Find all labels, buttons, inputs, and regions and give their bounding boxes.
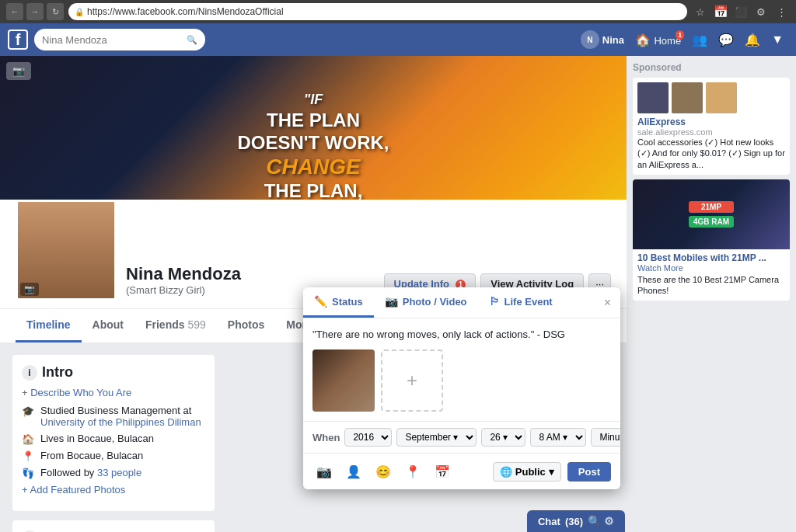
fb-search-input[interactable] [42, 34, 182, 46]
intro-lives: 🏠 Lives in Bocaue, Bulacan [22, 433, 205, 445]
star-bookmark-button[interactable]: ☆ [692, 3, 709, 20]
ad-tablet-desc: These are the 10 Best 21MP Camera Phones… [633, 273, 790, 301]
home-badge: 1 [676, 30, 684, 40]
forward-button[interactable]: → [26, 3, 44, 20]
tab-timeline[interactable]: Timeline [16, 309, 82, 342]
sponsored-label: Sponsored [633, 62, 790, 73]
notifications-icon[interactable]: 🔔 [740, 30, 765, 50]
pencil-icon: ✏️ [314, 295, 327, 308]
account-dropdown-icon[interactable]: ▼ [766, 30, 788, 50]
quote-change: change [119, 154, 508, 180]
chat-icons: 🔍 ⚙ [588, 515, 614, 527]
year-select[interactable]: 2016 [344, 428, 392, 447]
menu-button[interactable]: ⋮ [773, 3, 790, 20]
browser-bar: ← → ↻ 🔒 https://www.facebook.com/NinsMen… [0, 0, 796, 23]
chat-bar[interactable]: Chat (36) 🔍 ⚙ [527, 510, 625, 532]
photos-box: 🖼 Photos See All [12, 520, 215, 532]
refresh-button[interactable]: ↻ [47, 3, 64, 20]
when-label: When [312, 432, 340, 443]
nav-username: Nina [602, 34, 624, 46]
ad-tablet-image: 21MP 4GB RAM [633, 179, 790, 249]
day-select[interactable]: 26 ▾ [481, 428, 525, 447]
university-link[interactable]: University of the Philippines Diliman [40, 416, 201, 428]
ad-tablet-watch-more[interactable]: Watch More [633, 263, 790, 273]
add-describe-link[interactable]: + Describe Who You Are [22, 387, 205, 398]
post-text-content: "There are no wrong moves, only lack of … [312, 328, 611, 342]
nav-user-profile[interactable]: N Nina [581, 30, 624, 49]
followers-link[interactable]: 33 people [97, 467, 141, 478]
profile-name: Nina Mendoza [126, 264, 375, 284]
fb-search-bar[interactable]: 🔍 [34, 29, 205, 50]
quote-line2: THE PLAN [267, 110, 360, 130]
back-button[interactable]: ← [6, 3, 23, 20]
modal-tab-life-event[interactable]: 🏳 Life Event [478, 287, 564, 318]
ad-card-tablet: 21MP 4GB RAM 10 Best Mobiles with 21MP .… [633, 179, 790, 301]
profile-pic-camera-button[interactable]: 📷 [20, 283, 39, 296]
address-bar[interactable]: 🔒 https://www.facebook.com/NinsMendozaOf… [68, 3, 687, 20]
ad-card-aliexpress: AliExpress sale.aliexpress.com Cool acce… [633, 78, 790, 175]
nav-avatar: N [581, 30, 599, 49]
chat-search-icon[interactable]: 🔍 [588, 515, 601, 527]
chevron-down-icon: ▾ [549, 466, 554, 478]
tab-friends[interactable]: Friends 599 [134, 309, 217, 342]
home-icon: 🏠 [22, 433, 34, 445]
post-composer-modal: ✏️ Status 📷 Photo / Video 🏳 Life Event ×… [303, 287, 620, 489]
intro-box: i Intro + Describe Who You Are 🎓 Studied… [12, 355, 215, 511]
modal-tab-photo-video[interactable]: 📷 Photo / Video [374, 287, 478, 318]
left-column: i Intro + Describe Who You Are 🎓 Studied… [12, 355, 215, 532]
add-photo-button[interactable]: + [381, 349, 443, 412]
add-photo-action-icon[interactable]: 📷 [312, 460, 336, 483]
calendar-icon-button[interactable]: 📅 [712, 3, 729, 20]
audience-picker-button[interactable]: 🌐 Public ▾ [493, 462, 561, 482]
location-action-icon[interactable]: 📍 [401, 460, 424, 483]
url-text: https://www.facebook.com/NinsMendozaOffi… [87, 6, 284, 17]
chat-count: (36) [565, 516, 583, 527]
emoji-icon[interactable]: 😊 [372, 460, 395, 483]
location-icon: 📍 [22, 450, 34, 462]
chat-label: Chat [538, 516, 560, 527]
modal-close-button[interactable]: × [595, 287, 620, 318]
ad-aliexpress-name[interactable]: AliExpress [637, 116, 785, 127]
cover-photo-camera-button[interactable]: 📷 [6, 62, 31, 80]
intro-icon: i [22, 365, 37, 381]
post-submit-button[interactable]: Post [567, 462, 611, 482]
ad-tablet-title[interactable]: 10 Best Mobiles with 21MP ... [633, 249, 790, 263]
ad-tablet-badge-ram: 4GB RAM [689, 216, 734, 228]
ad-img-1 [637, 82, 669, 113]
modal-body: "There are no wrong moves, only lack of … [303, 318, 620, 421]
ad-img-3 [706, 82, 737, 113]
tab-photos[interactable]: Photos [217, 309, 275, 342]
messages-icon[interactable]: 💬 [714, 30, 738, 50]
friends-count: 599 [187, 318, 205, 331]
globe-audience-icon: 🌐 [500, 466, 512, 478]
month-select[interactable]: September ▾ [396, 428, 477, 447]
hour-select[interactable]: 8 AM ▾ [530, 428, 586, 447]
ad-img-2 [672, 82, 703, 113]
profile-picture-wrap: 📷 [16, 200, 117, 301]
ad-aliexpress-url: sale.aliexpress.com [637, 127, 785, 137]
camera-icon: 📷 [385, 295, 398, 308]
ssl-lock-icon: 🔒 [75, 8, 84, 16]
chat-settings-icon[interactable]: ⚙ [604, 515, 614, 527]
intro-title: i Intro [22, 364, 205, 381]
tag-people-icon[interactable]: 👤 [342, 460, 365, 483]
right-sidebar: Sponsored AliExpress sale.aliexpress.com… [627, 56, 796, 532]
flag-icon: 🏳 [489, 295, 500, 308]
modal-tabs: ✏️ Status 📷 Photo / Video 🏳 Life Event × [303, 287, 620, 318]
settings-button[interactable]: ⚙ [752, 3, 770, 20]
ads-section: Sponsored AliExpress sale.aliexpress.com… [633, 62, 790, 301]
modal-tab-status[interactable]: ✏️ Status [303, 287, 374, 318]
more-options-icon[interactable]: 📅 [431, 460, 454, 483]
home-nav-button[interactable]: 🏠 Home 1 [630, 30, 686, 50]
extensions-button[interactable]: ⬛ [732, 3, 749, 20]
photo-preview-img [312, 349, 375, 412]
tab-about[interactable]: About [82, 309, 134, 342]
intro-from: 📍 From Bocaue, Bulacan [22, 450, 205, 462]
intro-followed: 👣 Followed by 33 people [22, 467, 205, 479]
photo-preview[interactable] [312, 349, 375, 412]
add-featured-photos-link[interactable]: + Add Featured Photos [22, 484, 205, 495]
friends-request-icon[interactable]: 👥 [687, 30, 712, 50]
minute-select[interactable]: Minute: ▾ [591, 428, 620, 447]
nav-icon-group: 🏠 Home 1 👥 💬 🔔 ▼ [630, 30, 788, 50]
quote-line1: "if [304, 92, 323, 107]
